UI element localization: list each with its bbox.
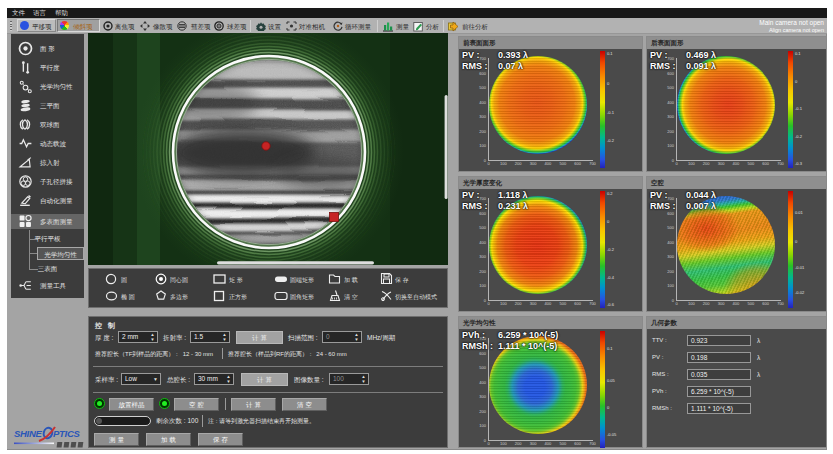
svg-text:PTICS: PTICS [53,428,80,439]
svg-text:SHINE: SHINE [14,428,42,439]
